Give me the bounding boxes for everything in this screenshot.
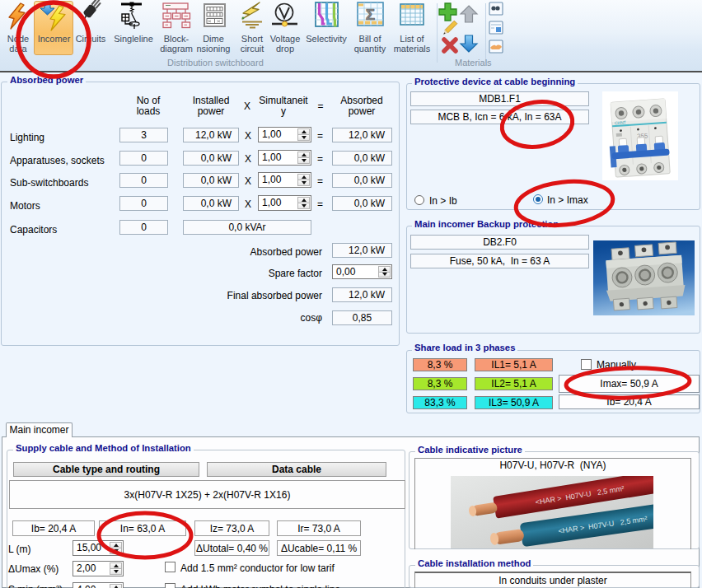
svg-text:Σ: Σ bbox=[366, 6, 375, 23]
svg-text:CHNT: CHNT bbox=[615, 119, 626, 125]
